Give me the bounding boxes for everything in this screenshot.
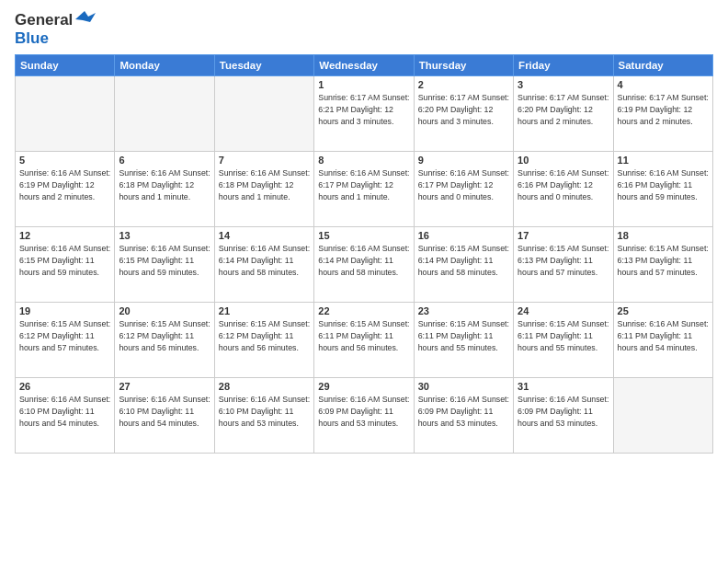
day-number: 23 — [418, 305, 509, 316]
calendar-cell: 26Sunrise: 6:16 AM Sunset: 6:10 PM Dayli… — [16, 378, 115, 454]
day-info: Sunrise: 6:17 AM Sunset: 6:19 PM Dayligh… — [618, 92, 709, 127]
day-number: 27 — [119, 381, 210, 392]
day-number: 30 — [418, 381, 509, 392]
logo-container: General Blue — [15, 11, 96, 47]
day-number: 20 — [119, 305, 210, 316]
day-info: Sunrise: 6:15 AM Sunset: 6:13 PM Dayligh… — [618, 243, 709, 278]
day-info: Sunrise: 6:15 AM Sunset: 6:11 PM Dayligh… — [418, 318, 509, 353]
calendar-cell: 9Sunrise: 6:16 AM Sunset: 6:17 PM Daylig… — [414, 152, 513, 227]
calendar-cell — [613, 378, 712, 454]
day-info: Sunrise: 6:16 AM Sunset: 6:15 PM Dayligh… — [119, 243, 210, 278]
day-info: Sunrise: 6:16 AM Sunset: 6:14 PM Dayligh… — [318, 243, 409, 278]
calendar-cell: 13Sunrise: 6:16 AM Sunset: 6:15 PM Dayli… — [115, 227, 214, 303]
calendar-cell: 21Sunrise: 6:15 AM Sunset: 6:12 PM Dayli… — [214, 303, 313, 378]
day-info: Sunrise: 6:15 AM Sunset: 6:11 PM Dayligh… — [318, 318, 409, 353]
day-number: 2 — [418, 79, 509, 90]
weekday-header: Friday — [514, 55, 613, 76]
day-number: 22 — [318, 305, 409, 316]
day-info: Sunrise: 6:16 AM Sunset: 6:16 PM Dayligh… — [618, 167, 709, 202]
calendar-week-row: 26Sunrise: 6:16 AM Sunset: 6:10 PM Dayli… — [16, 378, 713, 454]
calendar-week-row: 12Sunrise: 6:16 AM Sunset: 6:15 PM Dayli… — [16, 227, 713, 303]
day-info: Sunrise: 6:16 AM Sunset: 6:10 PM Dayligh… — [119, 394, 210, 429]
page-header: General Blue — [15, 11, 713, 47]
calendar-cell: 1Sunrise: 6:17 AM Sunset: 6:21 PM Daylig… — [314, 76, 414, 152]
day-number: 29 — [318, 381, 409, 392]
calendar-cell: 27Sunrise: 6:16 AM Sunset: 6:10 PM Dayli… — [115, 378, 214, 454]
calendar-cell: 2Sunrise: 6:17 AM Sunset: 6:20 PM Daylig… — [414, 76, 513, 152]
calendar-cell: 14Sunrise: 6:16 AM Sunset: 6:14 PM Dayli… — [214, 227, 313, 303]
day-info: Sunrise: 6:16 AM Sunset: 6:10 PM Dayligh… — [19, 394, 110, 429]
calendar-week-row: 5Sunrise: 6:16 AM Sunset: 6:19 PM Daylig… — [16, 152, 713, 227]
day-number: 8 — [318, 155, 409, 166]
calendar-week-row: 1Sunrise: 6:17 AM Sunset: 6:21 PM Daylig… — [16, 76, 713, 152]
day-info: Sunrise: 6:17 AM Sunset: 6:20 PM Dayligh… — [518, 92, 609, 127]
weekday-header: Thursday — [414, 55, 513, 76]
day-info: Sunrise: 6:16 AM Sunset: 6:18 PM Dayligh… — [219, 167, 310, 202]
calendar-cell — [115, 76, 214, 152]
weekday-header: Sunday — [16, 55, 115, 76]
calendar-cell: 10Sunrise: 6:16 AM Sunset: 6:16 PM Dayli… — [514, 152, 613, 227]
day-number: 1 — [318, 79, 409, 90]
calendar-cell: 4Sunrise: 6:17 AM Sunset: 6:19 PM Daylig… — [613, 76, 712, 152]
calendar-cell: 18Sunrise: 6:15 AM Sunset: 6:13 PM Dayli… — [613, 227, 712, 303]
calendar-cell: 12Sunrise: 6:16 AM Sunset: 6:15 PM Dayli… — [16, 227, 115, 303]
day-info: Sunrise: 6:16 AM Sunset: 6:09 PM Dayligh… — [318, 394, 409, 429]
calendar-cell: 20Sunrise: 6:15 AM Sunset: 6:12 PM Dayli… — [115, 303, 214, 378]
day-info: Sunrise: 6:16 AM Sunset: 6:10 PM Dayligh… — [219, 394, 310, 429]
day-info: Sunrise: 6:17 AM Sunset: 6:20 PM Dayligh… — [418, 92, 509, 127]
calendar-cell: 16Sunrise: 6:15 AM Sunset: 6:14 PM Dayli… — [414, 227, 513, 303]
day-info: Sunrise: 6:16 AM Sunset: 6:11 PM Dayligh… — [618, 318, 709, 353]
calendar-cell: 24Sunrise: 6:15 AM Sunset: 6:11 PM Dayli… — [514, 303, 613, 378]
day-number: 7 — [219, 155, 310, 166]
calendar-cell — [16, 76, 115, 152]
calendar-cell: 6Sunrise: 6:16 AM Sunset: 6:18 PM Daylig… — [115, 152, 214, 227]
day-number: 15 — [318, 230, 409, 241]
day-info: Sunrise: 6:16 AM Sunset: 6:16 PM Dayligh… — [518, 167, 609, 202]
day-number: 16 — [418, 230, 509, 241]
calendar-cell: 31Sunrise: 6:16 AM Sunset: 6:09 PM Dayli… — [514, 378, 613, 454]
weekday-header: Wednesday — [314, 55, 414, 76]
day-info: Sunrise: 6:15 AM Sunset: 6:14 PM Dayligh… — [418, 243, 509, 278]
calendar-cell: 22Sunrise: 6:15 AM Sunset: 6:11 PM Dayli… — [314, 303, 414, 378]
day-info: Sunrise: 6:15 AM Sunset: 6:12 PM Dayligh… — [19, 318, 110, 353]
calendar-cell: 29Sunrise: 6:16 AM Sunset: 6:09 PM Dayli… — [314, 378, 414, 454]
day-info: Sunrise: 6:16 AM Sunset: 6:14 PM Dayligh… — [219, 243, 310, 278]
day-number: 5 — [19, 155, 110, 166]
day-info: Sunrise: 6:15 AM Sunset: 6:12 PM Dayligh… — [119, 318, 210, 353]
day-info: Sunrise: 6:16 AM Sunset: 6:17 PM Dayligh… — [418, 167, 509, 202]
calendar-cell: 23Sunrise: 6:15 AM Sunset: 6:11 PM Dayli… — [414, 303, 513, 378]
day-number: 18 — [618, 230, 709, 241]
day-number: 31 — [518, 381, 609, 392]
calendar-table: SundayMondayTuesdayWednesdayThursdayFrid… — [15, 54, 713, 454]
calendar-cell: 11Sunrise: 6:16 AM Sunset: 6:16 PM Dayli… — [613, 152, 712, 227]
day-number: 13 — [119, 230, 210, 241]
logo-bird-icon — [75, 11, 96, 28]
logo-blue-text: Blue — [15, 29, 49, 48]
day-number: 12 — [19, 230, 110, 241]
day-info: Sunrise: 6:16 AM Sunset: 6:09 PM Dayligh… — [418, 394, 509, 429]
day-number: 10 — [518, 155, 609, 166]
calendar-cell: 8Sunrise: 6:16 AM Sunset: 6:17 PM Daylig… — [314, 152, 414, 227]
calendar-cell — [214, 76, 313, 152]
calendar-cell: 25Sunrise: 6:16 AM Sunset: 6:11 PM Dayli… — [613, 303, 712, 378]
calendar-header-row: SundayMondayTuesdayWednesdayThursdayFrid… — [16, 55, 713, 76]
calendar-cell: 15Sunrise: 6:16 AM Sunset: 6:14 PM Dayli… — [314, 227, 414, 303]
logo-general-text: General — [15, 11, 73, 29]
calendar-cell: 3Sunrise: 6:17 AM Sunset: 6:20 PM Daylig… — [514, 76, 613, 152]
day-info: Sunrise: 6:15 AM Sunset: 6:12 PM Dayligh… — [219, 318, 310, 353]
day-number: 3 — [518, 79, 609, 90]
calendar-week-row: 19Sunrise: 6:15 AM Sunset: 6:12 PM Dayli… — [16, 303, 713, 378]
day-number: 6 — [119, 155, 210, 166]
day-info: Sunrise: 6:16 AM Sunset: 6:17 PM Dayligh… — [318, 167, 409, 202]
day-number: 21 — [219, 305, 310, 316]
day-info: Sunrise: 6:15 AM Sunset: 6:13 PM Dayligh… — [518, 243, 609, 278]
day-number: 25 — [618, 305, 709, 316]
calendar-cell: 19Sunrise: 6:15 AM Sunset: 6:12 PM Dayli… — [16, 303, 115, 378]
calendar-cell: 28Sunrise: 6:16 AM Sunset: 6:10 PM Dayli… — [214, 378, 313, 454]
calendar-cell: 5Sunrise: 6:16 AM Sunset: 6:19 PM Daylig… — [16, 152, 115, 227]
svg-marker-0 — [75, 11, 96, 22]
day-info: Sunrise: 6:16 AM Sunset: 6:15 PM Dayligh… — [19, 243, 110, 278]
day-number: 9 — [418, 155, 509, 166]
day-number: 11 — [618, 155, 709, 166]
day-info: Sunrise: 6:15 AM Sunset: 6:11 PM Dayligh… — [518, 318, 609, 353]
